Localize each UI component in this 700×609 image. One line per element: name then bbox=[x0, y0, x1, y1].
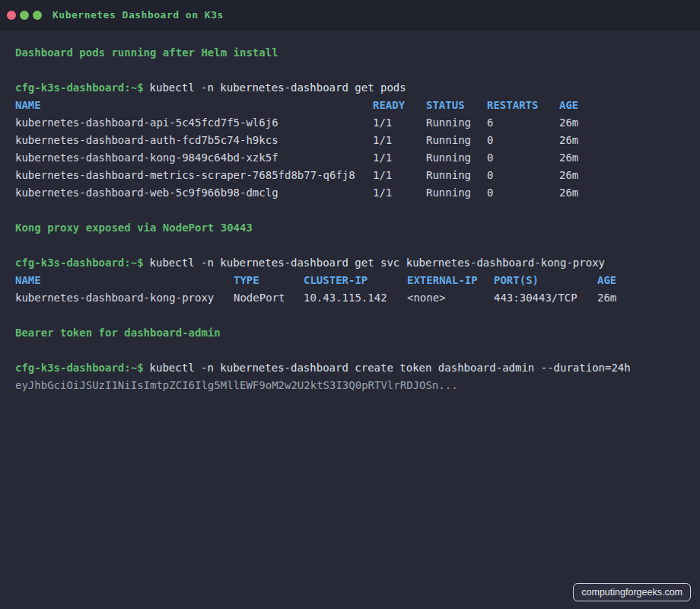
pod-row: kubernetes-dashboard-kong-9849c64bd-xzk5… bbox=[15, 149, 685, 167]
close-button[interactable] bbox=[7, 11, 16, 20]
pod-status: Running bbox=[426, 184, 487, 202]
pod-age: 26m bbox=[559, 167, 605, 184]
heading-text: Bearer token for dashboard-admin bbox=[15, 327, 221, 339]
window-titlebar: Kubernetes Dashboard on K3s bbox=[0, 0, 700, 30]
spacer bbox=[15, 307, 685, 324]
pod-ready: 1/1 bbox=[373, 132, 426, 149]
pod-status: Running bbox=[426, 114, 487, 132]
col-header-age: AGE bbox=[559, 97, 605, 114]
pod-name: kubernetes-dashboard-auth-fcd7b5c74-h9kc… bbox=[15, 132, 373, 149]
spacer bbox=[15, 237, 685, 254]
service-section-heading: Kong proxy exposed via NodePort 30443 bbox=[15, 219, 685, 237]
pod-ready: 1/1 bbox=[373, 149, 426, 167]
terminal-content: Dashboard pods running after Helm instal… bbox=[0, 30, 700, 394]
pod-name: kubernetes-dashboard-metrics-scraper-768… bbox=[15, 167, 373, 184]
service-command-line: cfg-k3s-dashboard:~$kubectl -n kubernete… bbox=[15, 254, 685, 272]
watermark-badge[interactable]: computingforgeeks.com bbox=[573, 583, 691, 601]
col-header-ready: READY bbox=[373, 97, 426, 114]
pod-age: 26m bbox=[559, 114, 605, 132]
col-header-restarts: RESTARTS bbox=[487, 97, 559, 114]
token-output-line: eyJhbGciOiJSUzI1NiIsImtpZCI6Ilg5MllEWF9o… bbox=[15, 377, 685, 394]
service-type: NodePort bbox=[234, 289, 304, 307]
pod-status: Running bbox=[426, 132, 487, 149]
pod-ready: 1/1 bbox=[373, 184, 426, 202]
watermark-label: computingforgeeks.com bbox=[581, 587, 682, 598]
col-header-name: NAME bbox=[15, 97, 373, 114]
service-name: kubernetes-dashboard-kong-proxy bbox=[15, 289, 234, 307]
pod-age: 26m bbox=[559, 149, 605, 167]
shell-prompt: cfg-k3s-dashboard:~$ bbox=[15, 359, 144, 377]
shell-command: kubectl -n kubernetes-dashboard create t… bbox=[150, 359, 631, 377]
service-cluster-ip: 10.43.115.142 bbox=[304, 289, 407, 307]
token-section-heading: Bearer token for dashboard-admin bbox=[15, 324, 685, 342]
pod-ready: 1/1 bbox=[373, 167, 426, 184]
col-header-name: NAME bbox=[15, 272, 234, 289]
bearer-token-text: eyJhbGciOiJSUzI1NiIsImtpZCI6Ilg5MllEWF9o… bbox=[15, 379, 458, 391]
maximize-button[interactable] bbox=[33, 11, 42, 20]
pod-name: kubernetes-dashboard-kong-9849c64bd-xzk5… bbox=[15, 149, 373, 167]
pod-restarts: 0 bbox=[487, 149, 559, 167]
service-table-header: NAME TYPE CLUSTER-IP EXTERNAL-IP PORT(S)… bbox=[15, 272, 685, 289]
col-header-type: TYPE bbox=[234, 272, 304, 289]
spacer bbox=[15, 202, 685, 219]
minimize-button[interactable] bbox=[20, 11, 29, 20]
shell-command: kubectl -n kubernetes-dashboard get svc … bbox=[150, 254, 605, 272]
pods-section-heading: Dashboard pods running after Helm instal… bbox=[15, 44, 685, 62]
pod-restarts: 6 bbox=[487, 114, 559, 132]
service-age: 26m bbox=[597, 289, 643, 307]
shell-prompt: cfg-k3s-dashboard:~$ bbox=[15, 254, 144, 272]
pod-restarts: 0 bbox=[487, 167, 559, 184]
service-external-ip: <none> bbox=[407, 289, 494, 307]
pod-row: kubernetes-dashboard-auth-fcd7b5c74-h9kc… bbox=[15, 132, 685, 149]
pod-row: kubernetes-dashboard-api-5c45fcd7f5-wl6j… bbox=[15, 114, 685, 132]
spacer bbox=[15, 62, 685, 79]
col-header-cluster-ip: CLUSTER-IP bbox=[304, 272, 407, 289]
heading-text: Kong proxy exposed via NodePort 30443 bbox=[15, 222, 253, 234]
token-command-line: cfg-k3s-dashboard:~$kubectl -n kubernete… bbox=[15, 359, 685, 377]
pod-ready: 1/1 bbox=[373, 114, 426, 132]
shell-command: kubectl -n kubernetes-dashboard get pods bbox=[150, 79, 406, 97]
col-header-age: AGE bbox=[597, 272, 643, 289]
pods-command-line: cfg-k3s-dashboard:~$kubectl -n kubernete… bbox=[15, 79, 685, 97]
service-row: kubernetes-dashboard-kong-proxy NodePort… bbox=[15, 289, 685, 307]
pod-row: kubernetes-dashboard-metrics-scraper-768… bbox=[15, 167, 685, 184]
pods-table-header: NAME READY STATUS RESTARTS AGE bbox=[15, 97, 685, 114]
pod-restarts: 0 bbox=[487, 132, 559, 149]
pod-name: kubernetes-dashboard-api-5c45fcd7f5-wl6j… bbox=[15, 114, 373, 132]
service-ports: 443:30443/TCP bbox=[494, 289, 597, 307]
pod-status: Running bbox=[426, 149, 487, 167]
pod-row: kubernetes-dashboard-web-5c9f966b98-dmcl… bbox=[15, 184, 685, 202]
window-controls bbox=[6, 11, 42, 20]
pod-age: 26m bbox=[559, 132, 605, 149]
spacer bbox=[15, 342, 685, 359]
col-header-status: STATUS bbox=[426, 97, 487, 114]
shell-prompt: cfg-k3s-dashboard:~$ bbox=[15, 79, 144, 97]
pod-restarts: 0 bbox=[487, 184, 559, 202]
pod-name: kubernetes-dashboard-web-5c9f966b98-dmcl… bbox=[15, 184, 373, 202]
pod-age: 26m bbox=[559, 184, 605, 202]
window-title: Kubernetes Dashboard on K3s bbox=[52, 9, 224, 21]
pod-status: Running bbox=[426, 167, 487, 184]
heading-text: Dashboard pods running after Helm instal… bbox=[15, 46, 278, 59]
col-header-external-ip: EXTERNAL-IP bbox=[407, 272, 494, 289]
col-header-ports: PORT(S) bbox=[494, 272, 597, 289]
